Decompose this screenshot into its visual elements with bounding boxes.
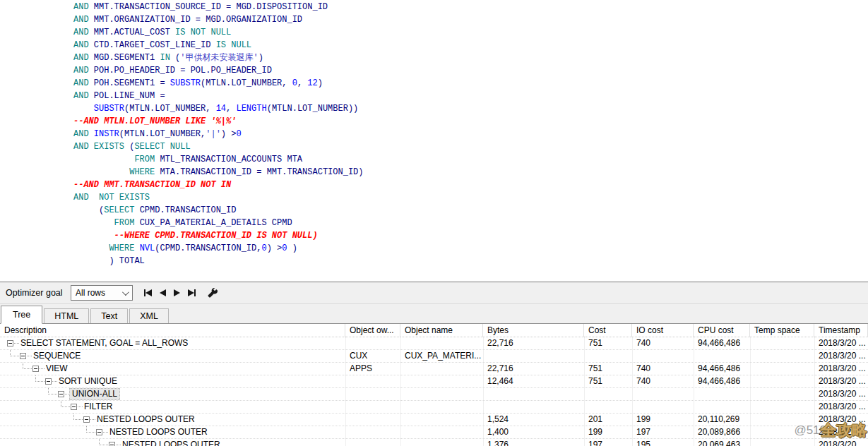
column-header-io[interactable]: IO cost	[632, 324, 694, 337]
column-header-desc[interactable]: Description	[0, 324, 345, 337]
tree-connector	[86, 426, 95, 433]
plan-cell-name	[400, 401, 483, 414]
plan-node-description: SEQUENCE	[0, 350, 345, 363]
plan-tree-row[interactable]: FILTER2018/3/20 ...	[0, 401, 868, 414]
plan-cell-ts: 2018/3/20 ...	[814, 337, 868, 350]
wrench-icon	[207, 288, 218, 299]
plan-cell-bytes: 1,524	[483, 414, 584, 426]
plan-tree-row[interactable]: UNION-ALL2018/3/20 ...	[0, 388, 868, 401]
plan-node-description: FILTER	[0, 401, 345, 414]
tab-text[interactable]: Text	[90, 308, 128, 323]
plan-cell-cost: 201	[584, 414, 632, 426]
plan-node-description: NESTED LOOPS OUTER	[0, 426, 345, 439]
plan-cell-ts: 2018/3/20 ...	[814, 388, 868, 401]
collapse-node-icon[interactable]	[45, 378, 52, 385]
plan-cell-io: 199	[632, 414, 694, 426]
collapse-node-icon[interactable]	[109, 442, 115, 446]
chevron-down-icon	[122, 289, 129, 296]
plan-cell-cpu: 94,466,486	[694, 375, 750, 388]
last-record-button[interactable]	[188, 289, 196, 296]
optimizer-goal-select[interactable]: All rows	[71, 285, 133, 301]
optimizer-goal-value: All rows	[76, 288, 105, 298]
column-header-temp[interactable]: Temp space	[750, 324, 814, 337]
collapse-node-icon[interactable]	[20, 353, 26, 359]
tab-tree[interactable]: Tree	[1, 306, 42, 324]
plsql-developer-window: AND MMT.TRANSACTION_SOURCE_ID = MGD.DISP…	[0, 0, 868, 446]
plan-tree-row[interactable]: SORT UNIQUE12,46475174094,466,4862018/3/…	[0, 375, 868, 388]
plan-cell-ts: 2018/3/20 ...	[814, 375, 868, 388]
tab-html[interactable]: HTML	[44, 308, 89, 323]
plan-node-label: NESTED LOOPS OUTER	[95, 414, 197, 426]
column-header-cpu[interactable]: CPU cost	[694, 324, 750, 337]
plan-node-description: VIEW	[0, 363, 345, 375]
collapse-node-icon[interactable]	[7, 340, 13, 346]
code-line: --WHERE CPMD.TRANSACTION_ID IS NOT NULL)	[73, 229, 868, 242]
plan-cell-name	[400, 439, 483, 446]
record-navigation	[144, 289, 196, 296]
plan-cell-bytes: 1,400	[483, 426, 584, 439]
code-line: AND POL.LINE_NUM =	[73, 90, 868, 102]
code-line: AND CTD.TARGET_COST_LINE_ID IS NULL	[73, 39, 868, 52]
plan-cell-name	[400, 426, 483, 439]
previous-record-icon	[160, 289, 166, 296]
tree-connector	[35, 375, 44, 382]
plan-cell-name: CUX_PA_MATERI...	[400, 350, 483, 363]
plan-cell-owner	[345, 375, 400, 388]
code-line: --AND MTLN.LOT_NUMBER LIKE '%|%'	[73, 115, 868, 128]
plan-cell-io: 740	[632, 363, 694, 375]
collapse-node-icon[interactable]	[58, 391, 64, 397]
code-line: FROM CUX_PA_MATERIAL_A_DETAILS CPMD	[73, 217, 868, 229]
code-line: AND POH.SEGMENT1 = SUBSTR(MTLN.LOT_NUMBE…	[73, 77, 868, 90]
collapse-node-icon[interactable]	[71, 404, 77, 410]
plan-cell-cpu	[694, 401, 750, 414]
column-header-ts[interactable]: Timestamp	[814, 324, 868, 337]
code-line: WHERE NVL(CPMD.TRANSACTION_ID,0) >0 )	[73, 242, 868, 255]
plan-tree-row[interactable]: NESTED LOOPS OUTER1,37619719520,069,4632…	[0, 439, 868, 446]
plan-node-description: UNION-ALL	[0, 388, 345, 401]
plan-node-description: SELECT STATEMENT, GOAL = ALL_ROWS	[0, 337, 345, 350]
first-record-button[interactable]	[144, 289, 152, 296]
collapse-node-icon[interactable]	[96, 429, 102, 435]
explain-plan-toolbar: Optimizer goal All rows	[0, 282, 868, 304]
plan-cell-ts: 2018/3/20 ...	[814, 401, 868, 414]
plan-view-tabs: TreeHTMLTextXML	[0, 304, 868, 324]
tree-connector	[73, 414, 83, 420]
plan-cell-bytes: 1,376	[483, 439, 584, 446]
plan-tree-row[interactable]: NESTED LOOPS OUTER1,52420119920,110,2692…	[0, 414, 868, 426]
plan-cell-cost: 197	[584, 439, 632, 446]
plan-tree-row[interactable]: SELECT STATEMENT, GOAL = ALL_ROWS22,7167…	[0, 337, 868, 350]
plan-tree-row[interactable]: NESTED LOOPS OUTER1,40019919720,089,8662…	[0, 426, 868, 439]
plan-cell-ts: 2018/3/20	[814, 439, 868, 446]
collapse-node-icon[interactable]	[83, 416, 90, 423]
plan-node-label: SORT UNIQUE	[57, 375, 119, 387]
preferences-button[interactable]	[207, 288, 218, 299]
sql-code: AND MMT.TRANSACTION_SOURCE_ID = MGD.DISP…	[73, 1, 868, 267]
collapse-node-icon[interactable]	[32, 366, 39, 372]
plan-cell-temp	[750, 388, 814, 401]
sql-editor[interactable]: AND MMT.TRANSACTION_SOURCE_ID = MGD.DISP…	[0, 0, 868, 282]
code-line: AND EXISTS (SELECT NULL	[73, 140, 868, 153]
tab-xml[interactable]: XML	[129, 308, 169, 323]
plan-cell-io	[632, 350, 694, 363]
plan-cell-bytes: 22,716	[483, 363, 584, 375]
plan-tree-row[interactable]: VIEWAPPS22,71675174094,466,4862018/3/20 …	[0, 363, 868, 375]
plan-cell-owner	[345, 401, 400, 414]
plan-node-label: FILTER	[82, 401, 114, 413]
plan-cell-cost	[584, 350, 632, 363]
plan-node-label: NESTED LOOPS OUTER	[107, 426, 210, 438]
code-line: WHERE MTA.TRANSACTION_ID = MMT.TRANSACTI…	[73, 166, 868, 179]
column-header-bytes[interactable]: Bytes	[483, 324, 584, 337]
plan-cell-cost	[584, 388, 632, 401]
next-record-button[interactable]	[174, 289, 180, 296]
plan-tree-row[interactable]: SEQUENCECUXCUX_PA_MATERI...2018/3/20 ...	[0, 350, 868, 363]
code-line: (SELECT CPMD.TRANSACTION_ID	[73, 204, 868, 217]
previous-record-button[interactable]	[160, 289, 166, 296]
plan-cell-cost: 751	[584, 375, 632, 388]
code-line: AND MMT.ACTUAL_COST IS NOT NULL	[73, 26, 868, 39]
plan-node-description: NESTED LOOPS OUTER	[0, 439, 345, 446]
column-header-name[interactable]: Object name	[400, 324, 483, 337]
column-header-cost[interactable]: Cost	[584, 324, 632, 337]
code-line: AND MMT.TRANSACTION_SOURCE_ID = MGD.DISP…	[73, 1, 868, 13]
plan-cell-ts: 2018/3/20 ...	[814, 414, 868, 426]
column-header-owner[interactable]: Object ow...	[345, 324, 400, 337]
